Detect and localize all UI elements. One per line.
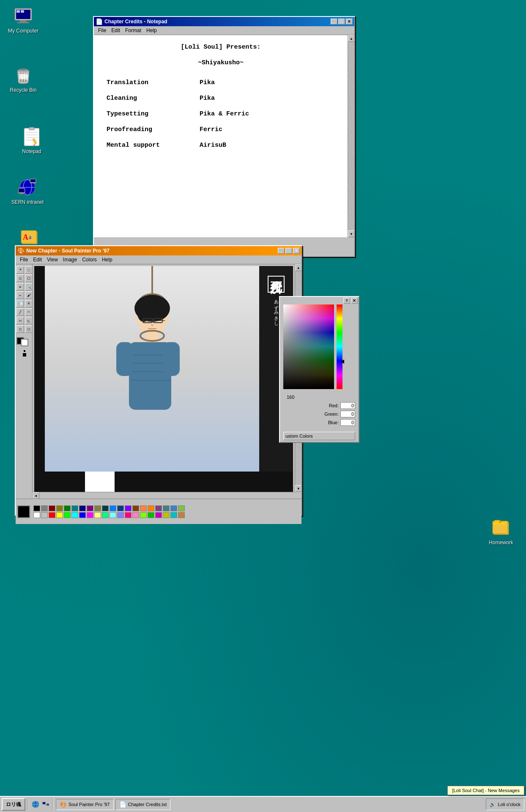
- tool-brush[interactable]: 🖌: [25, 291, 33, 299]
- color-blue2[interactable]: [110, 505, 116, 511]
- quicklaunch-ie[interactable]: [31, 800, 40, 809]
- desktop-icon-notepad[interactable]: Notepad: [13, 125, 51, 156]
- tool-airbrush[interactable]: 💨: [16, 300, 24, 307]
- color-olive2[interactable]: [94, 505, 101, 511]
- tool-fill[interactable]: ⬡: [25, 274, 33, 282]
- desktop-icon-recyclebin[interactable]: Recycle Bin: [4, 63, 42, 95]
- tool-pencil[interactable]: ✏: [16, 291, 24, 299]
- color-violet[interactable]: [125, 505, 132, 511]
- painter-menu-image[interactable]: Image: [60, 256, 79, 263]
- color-yellow2[interactable]: [163, 512, 170, 518]
- color-hotpink[interactable]: [125, 512, 132, 518]
- taskbar-painter-btn[interactable]: 🎨 Soul Painter Pro '97: [56, 799, 114, 810]
- tray-volume-icon[interactable]: 🔊: [490, 802, 496, 807]
- canvas-hscroll-left[interactable]: ◄: [33, 492, 39, 499]
- painter-menu-help[interactable]: Help: [99, 256, 115, 263]
- taskbar-notepad-btn[interactable]: 📄 Chapter Credits.txt: [115, 799, 171, 810]
- color-green2[interactable]: [148, 512, 154, 518]
- notepad-close-btn[interactable]: ✕: [346, 19, 353, 25]
- color-steelblue[interactable]: [163, 505, 170, 511]
- notepad-menu-format[interactable]: Format: [123, 27, 144, 34]
- desktop-icon-homework[interactable]: Homework: [482, 516, 520, 547]
- color-lightcyan[interactable]: [110, 512, 116, 518]
- color-magenta[interactable]: [87, 512, 93, 518]
- cp-red-input[interactable]: [340, 402, 355, 409]
- scrollbar-down[interactable]: ▼: [348, 230, 354, 237]
- color-gray[interactable]: [41, 505, 48, 511]
- color-red[interactable]: [49, 512, 55, 518]
- tool-rect-outline[interactable]: ▭: [16, 317, 24, 324]
- tool-ellipse[interactable]: ◯: [16, 325, 24, 333]
- cp-green-input[interactable]: [340, 411, 355, 417]
- color-cornblue[interactable]: [170, 505, 177, 511]
- brush-size-2[interactable]: [23, 353, 26, 357]
- painter-menu-file[interactable]: File: [17, 256, 30, 263]
- desktop-icon-sern[interactable]: SERN intranet: [8, 176, 47, 207]
- notepad-minimize-btn[interactable]: _: [331, 19, 337, 25]
- color-gradient-area[interactable]: [283, 304, 334, 389]
- tool-eraser[interactable]: ◻: [16, 274, 24, 282]
- color-yellow[interactable]: [56, 512, 63, 518]
- color-purple2[interactable]: [155, 512, 162, 518]
- color-background[interactable]: [21, 339, 28, 346]
- tool-rounded-rect[interactable]: ▢: [25, 325, 33, 333]
- tool-eyedropper[interactable]: ✒: [16, 283, 24, 291]
- notepad-titlebar[interactable]: 📄 Chapter Credits - Notepad _ □ ✕: [94, 17, 354, 26]
- cp-blue-input[interactable]: [340, 419, 355, 426]
- brush-size-1[interactable]: [24, 350, 25, 352]
- color-darkblue[interactable]: [117, 505, 124, 511]
- painter-close-btn[interactable]: ✕: [293, 248, 300, 254]
- color-black[interactable]: [33, 505, 40, 511]
- color-lavender[interactable]: [117, 512, 124, 518]
- tool-curve[interactable]: ⌒: [25, 308, 33, 316]
- notification-popup[interactable]: [Loli Soul Chat] - New Messages: [447, 786, 524, 795]
- canvas-hscroll[interactable]: ◄ ►: [33, 492, 295, 499]
- painter-menu-edit[interactable]: Edit: [30, 256, 44, 263]
- color-blue[interactable]: [79, 512, 86, 518]
- color-lightyellow[interactable]: [94, 512, 101, 518]
- color-cyan[interactable]: [71, 512, 78, 518]
- quicklaunch-network[interactable]: [41, 800, 50, 809]
- painter-menu-colors[interactable]: Colors: [79, 256, 99, 263]
- painter-minimize-btn[interactable]: _: [278, 248, 285, 254]
- painter-menu-view[interactable]: View: [44, 256, 60, 263]
- color-green[interactable]: [64, 505, 71, 511]
- desktop-icon-mycomputer[interactable]: My Computer: [4, 4, 42, 36]
- tool-line[interactable]: ╱: [16, 308, 24, 316]
- tool-select-rect[interactable]: ⬚: [25, 266, 33, 274]
- painter-maximize-btn[interactable]: □: [285, 248, 292, 254]
- color-silver[interactable]: [41, 512, 48, 518]
- tool-select-free[interactable]: ⌖: [16, 266, 24, 274]
- color-yellowgreen[interactable]: [178, 505, 185, 511]
- color-olive[interactable]: [56, 505, 63, 511]
- painter-titlebar[interactable]: 🎨 New Chapter - Soul Painter Pro '97 _ □…: [16, 246, 301, 255]
- color-lime[interactable]: [64, 512, 71, 518]
- notepad-menu-file[interactable]: File: [96, 27, 109, 34]
- notepad-scrollbar[interactable]: ▲ ▼: [348, 35, 354, 237]
- color-plum[interactable]: [155, 505, 162, 511]
- color-darkteal[interactable]: [102, 505, 109, 511]
- tool-zoom[interactable]: 🔍: [25, 283, 33, 291]
- canvas-scroll-down[interactable]: ▼: [295, 485, 301, 492]
- color-orange2[interactable]: [148, 505, 154, 511]
- hue-slider[interactable]: [337, 304, 342, 389]
- color-teal2[interactable]: [170, 512, 177, 518]
- color-navy[interactable]: [79, 505, 86, 511]
- color-tan[interactable]: [178, 512, 185, 518]
- color-mint[interactable]: [102, 512, 109, 518]
- notepad-maximize-btn[interactable]: □: [338, 19, 345, 25]
- color-picker-close[interactable]: ✕: [351, 298, 358, 304]
- color-orange[interactable]: [140, 505, 147, 511]
- notepad-menu-help[interactable]: Help: [144, 27, 159, 34]
- color-brown[interactable]: [132, 505, 139, 511]
- scrollbar-up[interactable]: ▲: [348, 35, 354, 42]
- color-maroon[interactable]: [49, 505, 55, 511]
- scrollbar-track[interactable]: [348, 42, 354, 230]
- color-purple[interactable]: [87, 505, 93, 511]
- color-chartreuse[interactable]: [140, 512, 147, 518]
- start-button[interactable]: ロリ魂: [2, 798, 25, 811]
- tool-polygon[interactable]: ◺: [25, 317, 33, 324]
- color-white[interactable]: [33, 512, 40, 518]
- tool-text[interactable]: A: [25, 300, 33, 307]
- color-teal[interactable]: [71, 505, 78, 511]
